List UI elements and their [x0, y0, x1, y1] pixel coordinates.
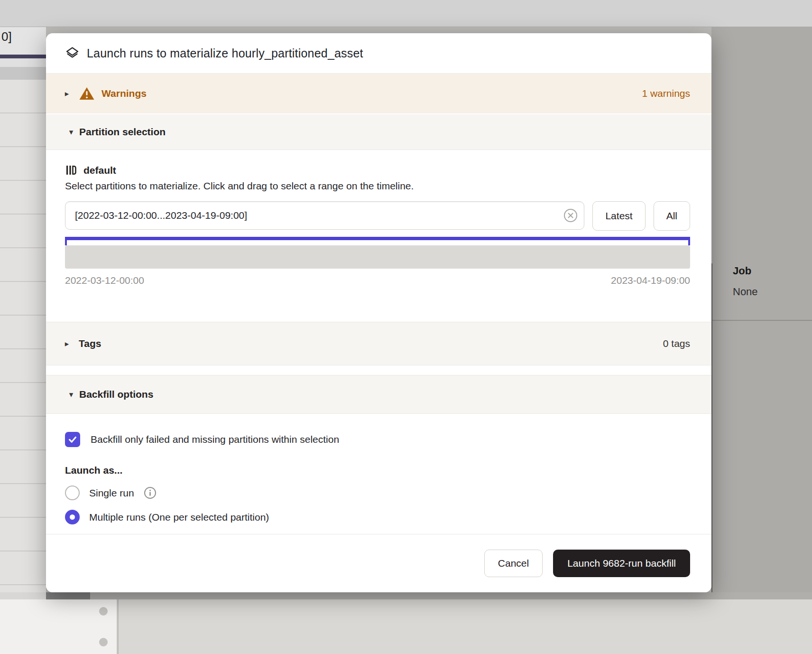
- failed-missing-checkbox-label: Backfill only failed and missing partiti…: [91, 434, 339, 445]
- info-icon[interactable]: [144, 486, 157, 499]
- status-dot: [99, 607, 108, 616]
- background-truncated-text: 0]: [1, 29, 12, 44]
- background-column-divider: [711, 263, 712, 592]
- warnings-count-badge: 1 warnings: [642, 88, 690, 99]
- warnings-section-toggle[interactable]: ▸ Warnings 1 warnings: [46, 74, 711, 114]
- section-spacer: [46, 365, 711, 375]
- partition-selection-toggle[interactable]: ▾ Partition selection: [46, 114, 711, 150]
- partition-timeline[interactable]: [65, 245, 690, 269]
- dialog-title: Launch runs to materialize hourly_partit…: [87, 47, 363, 60]
- radio-selected-icon[interactable]: [65, 510, 80, 524]
- chevron-down-icon: ▾: [66, 390, 76, 400]
- background-selected-cell: [46, 592, 90, 599]
- background-top-toolbar: [0, 0, 812, 27]
- partition-selection-body: default Select partitions to materialize…: [46, 150, 711, 322]
- job-column-header: Job: [733, 265, 751, 277]
- background-band: [0, 58, 46, 67]
- radio-unselected-icon[interactable]: [65, 486, 80, 500]
- background-band: [0, 592, 46, 599]
- status-dot: [99, 638, 108, 646]
- dialog-title-bar: Launch runs to materialize hourly_partit…: [46, 33, 711, 74]
- clear-selection-icon[interactable]: [563, 208, 578, 223]
- background-left-column: [0, 599, 118, 654]
- background-right-panel: [711, 27, 812, 592]
- chevron-right-icon: ▸: [62, 339, 72, 349]
- chevron-right-icon: ▸: [62, 89, 72, 99]
- timeline-range-start: 2022-03-12-00:00: [65, 275, 144, 286]
- background-table-rows: [0, 80, 46, 592]
- tags-header: Tags: [79, 338, 101, 349]
- failed-missing-checkbox-row[interactable]: Backfill only failed and missing partiti…: [65, 432, 690, 447]
- launch-as-label: Launch as...: [65, 465, 690, 476]
- launch-backfill-dialog: Launch runs to materialize hourly_partit…: [46, 33, 711, 592]
- partition-range-field: [65, 201, 584, 231]
- timeline-selection-range[interactable]: [65, 237, 690, 240]
- partition-dimension-name: default: [83, 165, 116, 176]
- launch-backfill-button[interactable]: Launch 9682-run backfill: [553, 550, 690, 577]
- single-run-label: Single run: [89, 487, 134, 499]
- background-tab-underline: [0, 55, 46, 58]
- warnings-label: Warnings: [102, 88, 147, 99]
- background-panel: [119, 599, 812, 654]
- partition-set-icon: [65, 164, 77, 176]
- job-column-value: None: [733, 286, 758, 298]
- checkbox-checked-icon[interactable]: [65, 432, 80, 447]
- background-row: [90, 592, 812, 599]
- partition-selection-header: Partition selection: [79, 126, 166, 138]
- chevron-down-icon: ▾: [66, 127, 76, 137]
- cancel-button[interactable]: Cancel: [484, 550, 543, 577]
- dialog-footer: Cancel Launch 9682-run backfill: [46, 534, 711, 592]
- timeline-range-end: 2023-04-19-09:00: [611, 275, 690, 286]
- tags-count-badge: 0 tags: [663, 338, 690, 349]
- backfill-options-toggle[interactable]: ▾ Backfill options: [46, 375, 711, 414]
- tags-section-toggle[interactable]: ▸ Tags 0 tags: [46, 322, 711, 365]
- backfill-options-body: Backfill only failed and missing partiti…: [46, 414, 711, 524]
- all-button[interactable]: All: [654, 201, 690, 231]
- background-row-divider: [712, 320, 812, 321]
- partition-range-input[interactable]: [65, 201, 584, 230]
- single-run-option[interactable]: Single run: [65, 486, 690, 500]
- multiple-runs-option[interactable]: Multiple runs (One per selected partitio…: [65, 510, 690, 524]
- latest-button[interactable]: Latest: [592, 201, 645, 231]
- backfill-options-header: Backfill options: [79, 389, 153, 400]
- warning-triangle-icon: [79, 86, 95, 101]
- multiple-runs-label: Multiple runs (One per selected partitio…: [89, 512, 269, 523]
- materialize-layers-icon: [65, 46, 80, 61]
- partition-instructions: Select partitions to materialize. Click …: [65, 180, 690, 192]
- background-table-header-row: [0, 67, 46, 80]
